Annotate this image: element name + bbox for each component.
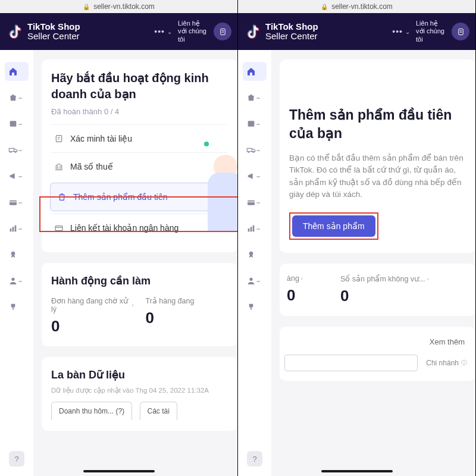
sidebar: ••• ••• ••• ••• ••• ••• ••• xyxy=(0,50,33,476)
sidebar-item-award[interactable] xyxy=(5,245,29,264)
metric-partial[interactable]: àng› 0 xyxy=(287,274,322,305)
svg-point-13 xyxy=(11,278,14,281)
app-header: TikTok Shop Seller Center ••• ⌄ Liên hệ … xyxy=(0,13,237,50)
home-indicator xyxy=(83,470,155,472)
svg-point-23 xyxy=(253,151,254,152)
sidebar-item-account[interactable]: ••• xyxy=(5,271,29,290)
header-more-icon[interactable]: ••• xyxy=(392,27,403,36)
onboarding-progress: Đã hoàn thành 0 / 4 xyxy=(51,107,228,116)
header-doc-button[interactable] xyxy=(214,23,231,40)
bag-icon xyxy=(8,93,18,102)
sidebar-help-button[interactable]: ? xyxy=(9,451,24,466)
help-icon: ? xyxy=(252,455,256,464)
metric-pending-orders[interactable]: Đơn hàng đang chờ xử lý› 0 xyxy=(51,296,134,336)
sidebar-item-products[interactable]: ••• xyxy=(243,88,267,107)
user-icon xyxy=(8,276,18,286)
sidebar-item-trophy[interactable] xyxy=(243,298,267,317)
home-icon xyxy=(246,67,256,76)
info-icon: ⓘ xyxy=(461,359,467,367)
app-header: TikTok Shop Seller Center ••• ⌄ Liên hệ … xyxy=(238,13,475,50)
highlight-annotation: Thêm sản phẩm xyxy=(289,212,378,240)
chart-icon xyxy=(246,224,256,233)
svg-point-12 xyxy=(11,252,15,256)
svg-rect-28 xyxy=(253,226,255,232)
onboarding-title: Hãy bắt đầu hoạt động kinh doanh của bạn xyxy=(51,70,228,102)
svg-point-22 xyxy=(248,151,249,152)
sidebar-item-finance[interactable]: ••• xyxy=(5,193,29,212)
lock-icon: 🔒 xyxy=(321,4,328,10)
compass-tab-revenue[interactable]: Doanh thu hôm... (?) xyxy=(51,402,132,420)
sidebar-item-shipping[interactable]: ••• xyxy=(5,140,29,159)
medal-icon xyxy=(8,250,18,259)
compass-tab-other[interactable]: Các tài xyxy=(140,402,177,420)
card-icon xyxy=(8,198,18,207)
user-icon xyxy=(246,276,256,286)
lock-icon: 🔒 xyxy=(83,4,90,10)
sidebar-item-data[interactable]: ••• xyxy=(243,219,267,238)
truck-icon xyxy=(246,145,256,155)
svg-rect-27 xyxy=(250,227,252,231)
sidebar-item-promo[interactable]: ••• xyxy=(243,167,267,186)
svg-rect-10 xyxy=(12,227,14,231)
logo[interactable]: TikTok Shop Seller Center xyxy=(8,22,80,41)
tiktok-icon xyxy=(246,24,261,39)
chevron-right-icon: › xyxy=(427,276,428,282)
contact-link[interactable]: Liên hệ với chúng tôi xyxy=(178,20,209,43)
svg-rect-20 xyxy=(248,121,255,126)
chevron-down-icon[interactable]: ⌄ xyxy=(405,29,410,35)
sidebar-item-finance[interactable]: ••• xyxy=(243,193,267,212)
sidebar-item-products[interactable]: ••• xyxy=(5,88,29,107)
tiktok-icon xyxy=(8,24,23,39)
sidebar-item-home[interactable] xyxy=(5,62,29,81)
sidebar-item-home[interactable] xyxy=(243,62,267,81)
main-content: Thêm sản phẩm đầu tiên của bạn Bạn có th… xyxy=(271,50,475,476)
onboarding-card: Hãy bắt đầu hoạt động kinh doanh của bạn… xyxy=(42,60,237,252)
sidebar-item-orders[interactable]: ••• xyxy=(243,114,267,133)
list-icon xyxy=(246,119,256,129)
svg-point-29 xyxy=(249,252,253,256)
compass-card: La bàn Dữ liệu Dữ liệu được cập nhật vào… xyxy=(42,357,237,430)
sidebar-item-data[interactable]: ••• xyxy=(5,219,29,238)
document-icon xyxy=(456,27,465,36)
sidebar-item-shipping[interactable]: ••• xyxy=(243,140,267,159)
sidebar-item-promo[interactable]: ••• xyxy=(5,167,29,186)
todo-card: Hành động cần làm Đơn hàng đang chờ xử l… xyxy=(42,263,237,346)
sidebar-item-trophy[interactable] xyxy=(5,298,29,317)
see-more-link[interactable]: Xem thêm xyxy=(284,334,471,355)
add-product-button[interactable]: Thêm sản phẩm xyxy=(292,215,375,237)
task-verify-label: Xác minh tài liệu xyxy=(70,134,132,143)
sidebar-item-orders[interactable]: ••• xyxy=(5,114,29,133)
chevron-down-icon[interactable]: ⌄ xyxy=(167,29,172,35)
url-bar: 🔒 seller-vn.tiktok.com xyxy=(238,0,475,13)
logo-text: TikTok Shop Seller Center xyxy=(265,22,318,41)
bag-plus-icon xyxy=(57,192,67,202)
add-product-title: Thêm sản phẩm đầu tiên của bạn xyxy=(289,106,466,143)
logo[interactable]: TikTok Shop Seller Center xyxy=(246,22,318,41)
card-icon xyxy=(246,198,256,207)
task-bank-label: Liên kết tài khoản ngân hàng xyxy=(70,223,178,233)
logo-text: TikTok Shop Seller Center xyxy=(27,22,80,41)
sidebar-help-button[interactable]: ? xyxy=(247,451,262,466)
document-check-icon xyxy=(54,133,64,144)
branch-select-box[interactable] xyxy=(284,355,418,371)
list-icon xyxy=(8,119,18,129)
metric-returns[interactable]: Trả hàng đang 0 xyxy=(146,296,228,336)
metric-value: 0 xyxy=(287,286,322,305)
document-icon xyxy=(218,27,227,36)
main-content: Hãy bắt đầu hoạt động kinh doanh của bạn… xyxy=(33,50,237,476)
medal-icon xyxy=(246,250,256,259)
metric-invalid-products[interactable]: Số sản phẩm không vư...› 0 xyxy=(340,274,469,305)
sidebar-item-account[interactable]: ••• xyxy=(243,271,267,290)
truck-icon xyxy=(8,145,18,155)
contact-link[interactable]: Liên hệ với chúng tôi xyxy=(416,20,447,43)
trophy-icon xyxy=(246,302,256,312)
left-screenshot: 🔒 seller-vn.tiktok.com TikTok Shop Selle… xyxy=(0,0,238,476)
sidebar-item-award[interactable] xyxy=(243,245,267,264)
metric-value: 0 xyxy=(340,287,469,305)
header-more-icon[interactable]: ••• xyxy=(154,27,165,36)
home-indicator xyxy=(321,470,393,472)
svg-rect-14 xyxy=(56,136,61,142)
header-doc-button[interactable] xyxy=(452,23,469,40)
svg-rect-0 xyxy=(220,29,225,35)
svg-rect-7 xyxy=(10,201,17,205)
